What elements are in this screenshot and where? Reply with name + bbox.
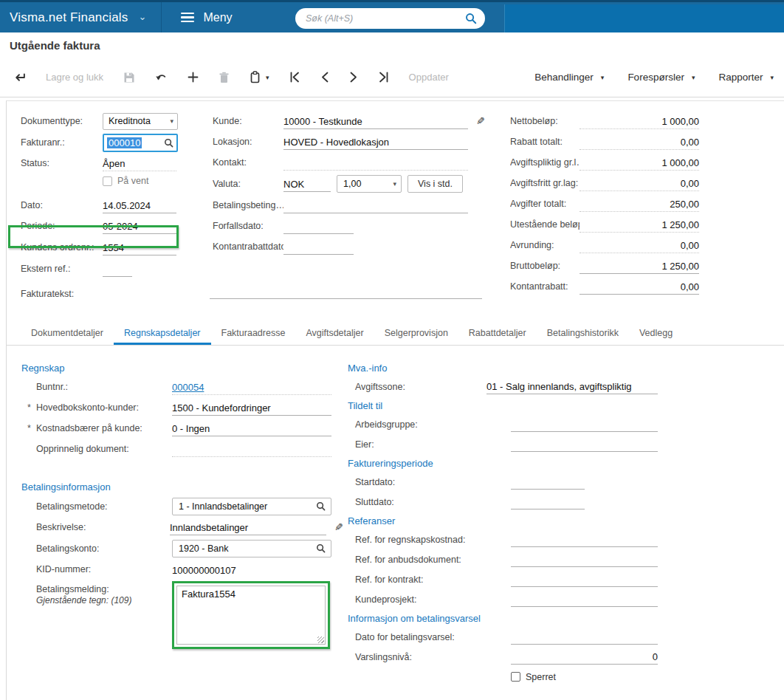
periode-value: 05-2024 <box>103 221 138 232</box>
ekstern-ref-field[interactable] <box>103 261 132 277</box>
dato-betalingsvarsel-field[interactable] <box>511 629 658 645</box>
inquiries-menu-button[interactable]: Forespørsler ▾ <box>627 72 695 83</box>
sperret-checkbox[interactable] <box>511 672 520 682</box>
plus-icon <box>188 72 199 83</box>
search-icon[interactable] <box>465 13 478 25</box>
actions-menu-button[interactable]: Behandlinger ▾ <box>534 72 604 83</box>
actions-menu-label: Behandlinger <box>534 72 594 83</box>
ref-anbudsdokument-field[interactable] <box>511 552 658 567</box>
ref-kontrakt-field[interactable] <box>511 572 658 587</box>
chevron-down-icon: ▾ <box>170 117 173 125</box>
opprinnelig-dokument-label: Opprinnelig dokument: <box>21 444 172 454</box>
dato-betalingsvarsel-label: Dato for betalingsvarsel: <box>348 632 511 642</box>
vis-i-std-button[interactable]: Vis i std. <box>408 175 463 193</box>
ref-anbudsdokument-label: Ref. for anbudsdokument: <box>348 555 511 565</box>
arbeidsgruppe-field[interactable] <box>511 416 658 432</box>
tab-betalingshistorikk[interactable]: Betalingshistorikk <box>537 323 629 345</box>
periode-field[interactable]: 05-2024 <box>103 219 176 234</box>
avgiftssone-field[interactable]: 01 - Salg innenlands, avgiftspliktig <box>486 379 658 394</box>
kontantrabattdato-field[interactable] <box>283 239 354 255</box>
reports-menu-button[interactable]: Rapporter ▾ <box>718 72 774 83</box>
eier-field[interactable] <box>511 436 658 452</box>
kundens-ordrenr-field[interactable]: 1554 <box>103 240 176 255</box>
kundeprosjekt-field[interactable] <box>511 591 658 607</box>
pa-vent-checkbox[interactable] <box>103 176 112 186</box>
regnskapsdetaljer-panel: Regnskap Buntnr.: 000054 *Hovedbokskonto… <box>7 346 784 700</box>
forfallsdato-field[interactable] <box>283 219 354 234</box>
kid-nummer-label: KID-nummer: <box>21 564 172 574</box>
fakturanr-input[interactable]: 000010 <box>103 134 178 152</box>
lookup-icon[interactable] <box>164 138 173 148</box>
betalingsmetode-label: Betalingsmetode: <box>21 501 172 512</box>
betalingsmelding-textarea[interactable]: Faktura1554 <box>176 586 326 645</box>
dokumenttype-select[interactable]: Kreditnota ▾ <box>103 113 178 130</box>
lookup-icon[interactable] <box>316 501 326 511</box>
nettobelop-label: Nettobeløp: <box>510 116 580 126</box>
dato-label: Dato: <box>21 200 103 210</box>
edit-pencil-icon[interactable]: ✎ <box>476 116 485 126</box>
tab-regnskapsdetaljer[interactable]: Regnskapsdetaljer <box>114 323 211 345</box>
tab-avgiftsdetaljer[interactable]: Avgiftsdetaljer <box>295 323 374 345</box>
lookup-icon[interactable] <box>316 543 326 553</box>
app-brand-menu[interactable]: Visma.net Financials ⌄ <box>0 2 161 32</box>
chevron-down-icon: ▾ <box>393 180 396 188</box>
save-and-close-button: Lagre og lukk <box>46 72 103 83</box>
avrunding-label: Avrunding: <box>510 240 580 250</box>
last-record-icon <box>378 72 389 83</box>
tab-fakturaadresse[interactable]: Fakturaadresse <box>211 323 296 345</box>
betalingsmetode-lookup[interactable]: 1 - Innlandsbetalinger <box>172 498 331 515</box>
kostnadsbaerer-label: *Kostnadsbærer på kunde: <box>21 423 172 433</box>
tab-rabattdetaljer[interactable]: Rabattdetaljer <box>458 323 537 345</box>
tab-vedlegg[interactable]: Vedlegg <box>629 323 683 345</box>
fakturatekst-field[interactable] <box>210 284 482 299</box>
buntnr-link[interactable]: 000054 <box>172 382 204 393</box>
section-heading-betalingsvarsel: Informasjon om betalingsvarsel <box>348 609 673 627</box>
resize-handle[interactable] <box>317 636 324 643</box>
ref-kontrakt-label: Ref. for kontrakt: <box>348 574 511 585</box>
add-button[interactable] <box>188 72 199 83</box>
chevron-down-icon: ▾ <box>266 74 269 81</box>
ref-regnskapskostnad-field[interactable] <box>511 532 658 547</box>
back-button[interactable] <box>13 72 26 83</box>
betalingskonto-lookup[interactable]: 1920 - Bank <box>172 540 331 557</box>
kostnadsbaerer-field[interactable]: 0 - Ingen <box>172 421 331 436</box>
sluttdato-field[interactable] <box>511 494 585 509</box>
tab-dokumentdetaljer[interactable]: Dokumentdetaljer <box>21 323 114 345</box>
bruttobelop-field: 1 250,00 <box>580 258 699 274</box>
hovedbokskonto-field[interactable]: 1500 - Kundefordringer <box>172 400 331 416</box>
search-input[interactable] <box>306 13 465 24</box>
undo-button[interactable] <box>155 72 168 83</box>
lokasjon-value: HOVED - Hovedlokasjon <box>283 137 389 148</box>
app-brand-label: Visma.net Financials <box>10 10 128 25</box>
beskrivelse-field[interactable]: Innlandsbetalinger <box>170 520 326 535</box>
go-last-button[interactable] <box>378 72 389 83</box>
valuta-currency-field[interactable]: NOK <box>283 176 331 192</box>
chevron-down-icon: ⌄ <box>139 11 147 22</box>
lokasjon-field[interactable]: HOVED - Hovedlokasjon <box>283 134 468 150</box>
startdato-field[interactable] <box>511 474 585 490</box>
betalingsbetingelser-field[interactable] <box>283 198 468 213</box>
sluttdato-label: Sluttdato: <box>348 497 511 507</box>
avgiftssone-label: Avgiftssone: <box>348 382 486 392</box>
kontantrabattdato-label: Kontantrabattdato: <box>213 241 283 252</box>
edit-pencil-icon[interactable]: ✎ <box>334 522 343 532</box>
fakturatekst-label: Fakturatekst: <box>21 289 210 299</box>
go-next-button[interactable] <box>349 72 358 83</box>
back-icon <box>13 72 26 83</box>
arbeidsgruppe-label: Arbeidsgruppe: <box>348 419 511 430</box>
varslingsniva-field[interactable]: 0 <box>511 649 658 665</box>
go-first-button[interactable] <box>289 72 300 83</box>
valuta-rate-select[interactable]: 1,00 ▾ <box>337 175 402 193</box>
status-label: Status: <box>21 158 103 168</box>
section-heading-mva-info: Mva.-info <box>348 359 673 377</box>
rabatt-totalt-label: Rabatt totalt: <box>510 137 580 147</box>
go-previous-button[interactable] <box>320 72 329 83</box>
dato-field[interactable]: 14.05.2024 <box>103 198 176 213</box>
copy-paste-button[interactable]: ▾ <box>250 71 269 83</box>
menu-button[interactable]: Meny <box>162 2 251 32</box>
chevron-down-icon: ▾ <box>692 74 695 81</box>
required-star: * <box>27 402 31 413</box>
ref-regnskapskostnad-label: Ref. for regnskapskostnad: <box>348 535 511 545</box>
tab-selgerprovisjon[interactable]: Selgerprovisjon <box>374 323 458 345</box>
kunde-field[interactable]: 10000 - Testkunde <box>283 114 468 129</box>
